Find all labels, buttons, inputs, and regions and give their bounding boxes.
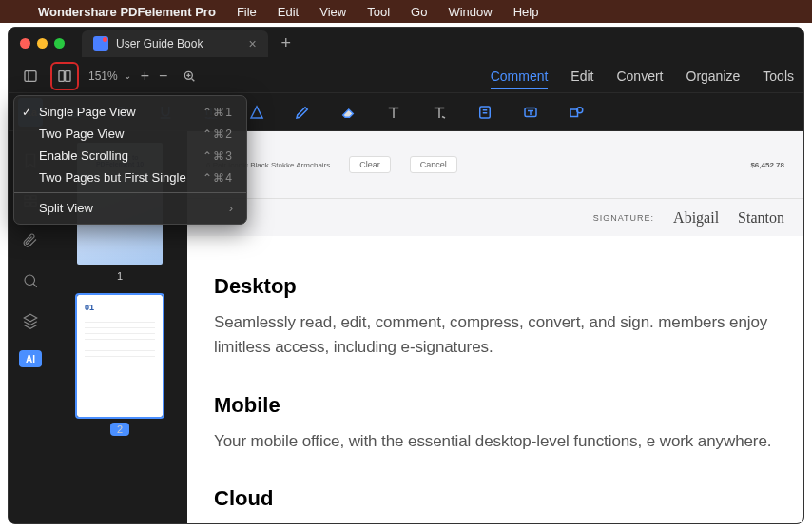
svg-rect-0 — [25, 70, 36, 81]
tab-comment[interactable]: Comment — [491, 69, 549, 89]
thumbnail-image — [77, 295, 163, 417]
menu-item-two-first-single[interactable]: Two Pages but First Single ⌃⌘4 — [14, 167, 246, 188]
tab-edit[interactable]: Edit — [570, 69, 593, 84]
zoom-dropdown[interactable]: 151% ⌄ — [88, 69, 131, 83]
menu-label: Two Page View — [39, 127, 124, 141]
menu-window[interactable]: Window — [448, 5, 492, 19]
sidebar-toggle-icon[interactable] — [18, 64, 43, 89]
macos-menubar: Wondershare PDFelement Pro File Edit Vie… — [0, 0, 812, 23]
menu-label: Single Page View — [39, 105, 136, 119]
paragraph-desktop: Seamlessly read, edit, comment, compress… — [214, 310, 777, 361]
signature-2: Stanton — [738, 209, 784, 227]
document-tab[interactable]: User Guide Book × — [82, 30, 268, 57]
menu-label: Two Pages but First Single — [39, 170, 186, 185]
view-mode-menu: ✓ Single Page View ⌃⌘1 Two Page View ⌃⌘2… — [13, 95, 247, 225]
menu-view[interactable]: View — [319, 5, 346, 19]
titlebar: User Guide Book × + — [9, 28, 803, 59]
menu-item-split-view[interactable]: Split View › — [14, 192, 246, 219]
clear-button: Clear — [349, 156, 391, 173]
chevron-right-icon: › — [229, 201, 233, 215]
signature-row: SIGNATURE: Abigail Stanton — [187, 198, 803, 236]
search-icon[interactable] — [20, 270, 41, 291]
signature-1: Abigail — [673, 209, 719, 227]
tab-organize[interactable]: Organize — [686, 69, 741, 84]
paragraph-mobile: Your mobile office, with the essential d… — [214, 429, 777, 454]
page-number: 1 — [117, 270, 123, 282]
signature-label: SIGNATURE: — [593, 213, 654, 223]
minimize-button[interactable] — [37, 38, 48, 49]
shortcut: ⌃⌘3 — [203, 149, 233, 163]
menu-label: Enable Scrolling — [39, 148, 128, 163]
add-tab-button[interactable]: + — [281, 33, 292, 53]
app-name[interactable]: Wondershare PDFelement Pro — [38, 5, 216, 19]
ai-button[interactable]: AI — [19, 350, 42, 367]
toolbar-primary: 151% ⌄ + − Comment Edit Convert Organize… — [9, 59, 803, 93]
svg-rect-3 — [66, 70, 70, 81]
note-tool[interactable] — [471, 98, 499, 127]
svg-point-17 — [25, 275, 35, 286]
menu-item-single-page[interactable]: ✓ Single Page View ⌃⌘1 — [14, 101, 246, 123]
thumbnail-page-2[interactable]: 2 — [64, 295, 176, 437]
document-viewport[interactable]: 6 Pair Iconic Black Stokke Armchairs Cle… — [187, 131, 803, 523]
page-layout-icon[interactable] — [52, 64, 77, 89]
shortcut: ⌃⌘4 — [203, 171, 233, 185]
zoom-out-button[interactable]: − — [159, 68, 167, 85]
fit-page-icon[interactable] — [177, 64, 202, 89]
tab-convert[interactable]: Convert — [616, 69, 663, 84]
heading-desktop: Desktop — [214, 274, 777, 299]
heading-mobile: Mobile — [214, 393, 777, 418]
shapes-tool[interactable] — [562, 98, 590, 127]
menu-help[interactable]: Help — [513, 5, 539, 19]
window-controls — [20, 38, 65, 49]
doc-page: Desktop Seamlessly read, edit, comment, … — [187, 236, 803, 523]
mode-tabs: Comment Edit Convert Organize Tools — [491, 69, 794, 84]
text-tool[interactable] — [379, 98, 408, 127]
zoom-value: 151% — [88, 69, 118, 83]
cancel-button: Cancel — [410, 156, 457, 173]
check-icon: ✓ — [22, 106, 31, 119]
menu-label: Split View — [39, 201, 93, 215]
pdfelement-icon — [93, 36, 108, 51]
shortcut: ⌃⌘1 — [203, 106, 233, 119]
chevron-down-icon: ⌄ — [124, 70, 131, 81]
tab-close-icon[interactable]: × — [248, 36, 256, 51]
shortcut: ⌃⌘2 — [203, 128, 233, 141]
attachment-icon[interactable] — [20, 230, 41, 251]
doc-header-fragment: 6 Pair Iconic Black Stokke Armchairs Cle… — [187, 131, 803, 198]
layers-icon[interactable] — [20, 310, 41, 331]
menu-edit[interactable]: Edit — [278, 5, 299, 19]
tab-title: User Guide Book — [116, 37, 203, 50]
text-callout-tool[interactable] — [425, 98, 454, 127]
tab-tools[interactable]: Tools — [763, 69, 794, 84]
menu-item-scrolling[interactable]: Enable Scrolling ⌃⌘3 — [14, 145, 246, 167]
maximize-button[interactable] — [54, 38, 65, 49]
svg-rect-2 — [59, 70, 64, 81]
heading-cloud: Cloud — [214, 486, 777, 511]
page-number: 2 — [110, 423, 129, 436]
menu-tool[interactable]: Tool — [367, 5, 390, 19]
total-amount: $6,452.78 — [750, 161, 784, 169]
eraser-tool[interactable] — [334, 98, 362, 127]
menu-file[interactable]: File — [237, 5, 257, 19]
zoom-in-button[interactable]: + — [141, 68, 149, 85]
menu-item-two-page[interactable]: Two Page View ⌃⌘2 — [14, 123, 246, 145]
text-box-tool[interactable] — [516, 98, 545, 127]
menu-go[interactable]: Go — [411, 5, 427, 19]
pencil-tool[interactable] — [288, 98, 317, 127]
close-button[interactable] — [20, 38, 30, 49]
